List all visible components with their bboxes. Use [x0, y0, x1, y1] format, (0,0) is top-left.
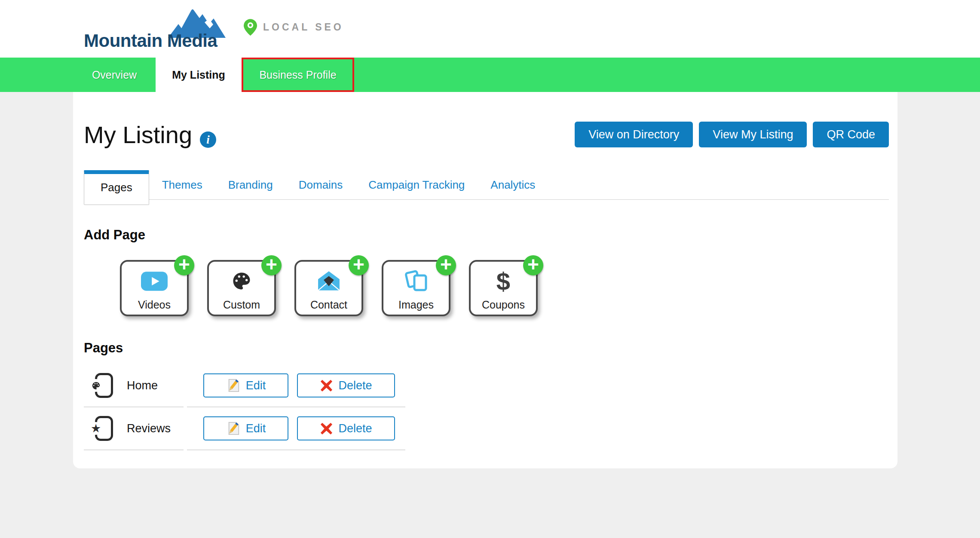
- nav-item-business-profile[interactable]: Business Profile: [242, 58, 354, 92]
- add-videos-card[interactable]: Videos +: [120, 260, 189, 316]
- page-row-reviews: ★ Reviews Edit: [84, 407, 889, 450]
- delete-home-button[interactable]: Delete: [297, 373, 395, 397]
- page-star-icon: ★: [95, 416, 115, 441]
- delete-label: Delete: [338, 379, 372, 392]
- play-icon: [141, 269, 168, 293]
- tab-domains[interactable]: Domains: [286, 171, 356, 199]
- page-row-actions: Edit Delete: [187, 407, 405, 450]
- listing-tabbar: Pages Themes Branding Domains Campaign T…: [84, 170, 889, 200]
- add-icon[interactable]: +: [436, 255, 456, 275]
- mountain-media-logo[interactable]: Mountain Media: [84, 4, 226, 54]
- photos-icon: [404, 269, 428, 293]
- product-label: LOCAL SEO: [263, 21, 344, 33]
- tab-branding[interactable]: Branding: [215, 171, 286, 199]
- delete-x-icon: [320, 379, 333, 392]
- add-icon[interactable]: +: [523, 255, 543, 275]
- add-card-label: Images: [398, 299, 434, 311]
- page-title: My Listing: [84, 121, 192, 149]
- dollar-icon: $: [496, 269, 510, 293]
- page-name: Reviews: [127, 422, 171, 435]
- envelope-icon: [317, 269, 340, 293]
- page-row-home: Home Edit: [84, 364, 889, 407]
- pencil-icon: [226, 378, 241, 393]
- tab-themes[interactable]: Themes: [149, 171, 215, 199]
- page-root: Mountain Media LOCAL SEO Overview My Lis…: [0, 0, 980, 538]
- page-row-info: ★ Reviews: [84, 407, 184, 450]
- info-icon[interactable]: i: [200, 131, 216, 148]
- add-contact-card[interactable]: Contact +: [294, 260, 363, 316]
- edit-label: Edit: [246, 422, 266, 435]
- palette-icon: [230, 269, 253, 293]
- pages-list: Home Edit: [84, 364, 889, 450]
- tab-pages[interactable]: Pages: [84, 170, 149, 205]
- page-row-actions: Edit Delete: [187, 364, 405, 407]
- page-row-info: Home: [84, 364, 184, 407]
- logo-wordmark: Mountain Media: [84, 31, 217, 51]
- add-card-label: Videos: [138, 299, 171, 311]
- add-page-heading: Add Page: [84, 227, 889, 243]
- edit-home-button[interactable]: Edit: [203, 373, 288, 397]
- local-seo-brand: LOCAL SEO: [244, 19, 344, 36]
- add-card-label: Custom: [223, 299, 260, 311]
- listing-action-buttons: View on Directory View My Listing QR Cod…: [575, 122, 889, 147]
- view-my-listing-button[interactable]: View My Listing: [699, 122, 807, 147]
- add-icon[interactable]: +: [349, 255, 369, 275]
- tab-analytics[interactable]: Analytics: [478, 171, 548, 199]
- location-pin-icon: [244, 19, 257, 36]
- nav-item-my-listing[interactable]: My Listing: [156, 58, 242, 92]
- add-coupons-card[interactable]: $ Coupons +: [469, 260, 538, 316]
- add-card-label: Coupons: [482, 299, 525, 311]
- add-icon[interactable]: +: [174, 255, 194, 275]
- page-name: Home: [127, 379, 158, 392]
- pencil-icon: [226, 421, 241, 436]
- delete-x-icon: [320, 422, 333, 435]
- delete-reviews-button[interactable]: Delete: [297, 416, 395, 440]
- add-icon[interactable]: +: [261, 255, 282, 275]
- pages-heading: Pages: [84, 340, 889, 356]
- edit-label: Edit: [246, 379, 266, 392]
- view-on-directory-button[interactable]: View on Directory: [575, 122, 693, 147]
- add-custom-card[interactable]: Custom +: [207, 260, 276, 316]
- add-card-label: Contact: [310, 299, 347, 311]
- main-navbar: Overview My Listing Business Profile: [0, 58, 980, 92]
- my-listing-panel: My Listing i View on Directory View My L…: [73, 92, 897, 468]
- page-palette-icon: [95, 373, 115, 398]
- app-header: Mountain Media LOCAL SEO: [0, 0, 980, 58]
- nav-item-overview[interactable]: Overview: [73, 58, 156, 92]
- title-row: My Listing i View on Directory View My L…: [84, 120, 889, 149]
- delete-label: Delete: [338, 422, 372, 435]
- qr-code-button[interactable]: QR Code: [813, 122, 889, 147]
- add-images-card[interactable]: Images +: [382, 260, 450, 316]
- add-page-options: Videos + Custom +: [120, 260, 889, 316]
- tab-campaign-tracking[interactable]: Campaign Tracking: [355, 171, 478, 199]
- edit-reviews-button[interactable]: Edit: [203, 416, 288, 440]
